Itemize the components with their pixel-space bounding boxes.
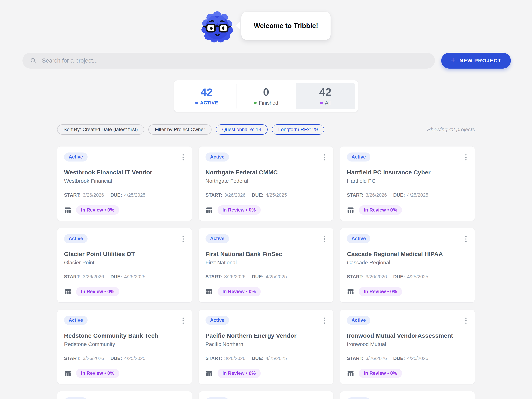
start-date: 3/26/2026	[224, 356, 246, 361]
kebab-menu-icon[interactable]	[464, 152, 468, 162]
due-date: 4/25/2025	[407, 193, 428, 198]
search-input[interactable]	[22, 53, 435, 69]
table-columns-icon[interactable]	[347, 288, 354, 295]
project-dates: START: 3/26/2026 DUE: 4/25/2025	[64, 356, 185, 361]
table-columns-icon[interactable]	[206, 288, 213, 295]
progress-pill: In Review • 0%	[218, 205, 261, 215]
table-columns-icon[interactable]	[64, 206, 71, 214]
progress-pill: In Review • 0%	[76, 205, 119, 215]
progress-pill: In Review • 0%	[218, 369, 261, 378]
project-title: Redstone Community Bank Tech	[64, 332, 185, 339]
project-card[interactable]: Active Northgate Federal CMMC Northgate …	[199, 146, 334, 221]
start-date: 3/26/2026	[366, 356, 387, 361]
tribble-mascot-icon	[202, 11, 233, 43]
new-project-button[interactable]: + NEW PROJECT	[441, 53, 511, 69]
welcome-speech-bubble: Welcome to Tribble!	[241, 12, 330, 40]
due-label: DUE:	[252, 274, 264, 280]
start-date: 3/26/2026	[224, 274, 246, 280]
project-stats-card: 42 ACTIVE 0 Finished 42 All	[174, 80, 358, 112]
project-grid: Active Westbrook Financial IT Vendor Wes…	[57, 146, 475, 399]
active-label: ACTIVE	[200, 100, 218, 106]
plus-icon: +	[451, 56, 456, 64]
start-date: 3/26/2026	[83, 274, 104, 280]
status-badge: Active	[206, 316, 229, 325]
kebab-menu-icon[interactable]	[181, 234, 185, 244]
status-badge: Active	[64, 152, 88, 162]
project-subtitle: Cascade Regional	[347, 260, 468, 266]
project-card[interactable]: Active Redstone Community Bank Tech Reds…	[57, 310, 192, 384]
finished-count: 0	[263, 87, 269, 98]
kebab-menu-icon[interactable]	[323, 234, 326, 244]
table-columns-icon[interactable]	[64, 370, 71, 377]
project-subtitle: Westbrook Financial	[64, 178, 185, 184]
status-badge: Active	[347, 316, 370, 325]
project-title: Pacific Northern Energy Vendor	[206, 332, 327, 339]
project-card[interactable]: Active Hartfield PC Insurance Cyber Hart…	[340, 146, 475, 221]
start-label: START:	[206, 193, 222, 198]
kebab-menu-icon[interactable]	[464, 234, 468, 244]
all-count: 42	[319, 87, 331, 98]
progress-pill: In Review • 0%	[76, 287, 119, 296]
table-columns-icon[interactable]	[347, 206, 354, 214]
project-subtitle: Pacific Northern	[206, 341, 327, 347]
project-subtitle: Hartfield PC	[347, 178, 468, 184]
project-dates: START: 3/26/2026 DUE: 4/25/2025	[206, 274, 327, 280]
status-badge: Active	[347, 397, 370, 399]
progress-pill: In Review • 0%	[359, 287, 402, 296]
project-title: Northgate Federal CMMC	[206, 169, 327, 176]
welcome-text: Welcome to Tribble!	[254, 22, 318, 30]
project-card[interactable]: Active Westbrook Financial IT Vendor Wes…	[57, 146, 192, 221]
project-card[interactable]: Active Glacier Point Utilities OT Glacie…	[57, 228, 192, 303]
start-date: 3/26/2026	[83, 193, 104, 198]
kebab-menu-icon[interactable]	[181, 152, 185, 162]
kebab-menu-icon[interactable]	[323, 316, 326, 325]
start-date: 3/26/2026	[83, 356, 104, 361]
project-card[interactable]: Active Cheltenham Asset Management Chelt…	[199, 391, 334, 399]
due-label: DUE:	[393, 356, 405, 361]
filter-owner-button[interactable]: Filter by Project Owner	[148, 125, 212, 135]
project-card[interactable]: Active First National Bank FinSec First …	[199, 228, 334, 303]
due-label: DUE:	[393, 193, 405, 198]
progress-pill: In Review • 0%	[359, 369, 402, 378]
project-card[interactable]: Active Bluegrass Health Network Vendor B…	[340, 391, 475, 399]
project-subtitle: Glacier Point	[64, 260, 185, 266]
project-title: Cascade Regional Medical HIPAA	[347, 250, 468, 257]
project-card[interactable]: Active Granite Summit Capital InvestorDD…	[57, 391, 192, 399]
table-columns-icon[interactable]	[206, 206, 213, 214]
kebab-menu-icon[interactable]	[181, 397, 185, 399]
stat-active[interactable]: 42 ACTIVE	[177, 83, 236, 109]
status-badge: Active	[347, 152, 370, 162]
table-columns-icon[interactable]	[64, 288, 71, 295]
stat-finished[interactable]: 0 Finished	[236, 83, 296, 109]
status-badge: Active	[206, 234, 229, 243]
due-date: 4/25/2025	[407, 274, 428, 280]
search-bar[interactable]	[22, 53, 435, 69]
status-badge: Active	[64, 234, 88, 243]
kebab-menu-icon[interactable]	[464, 397, 468, 399]
project-subtitle: Northgate Federal	[206, 178, 327, 184]
all-label: All	[325, 100, 330, 106]
status-badge: Active	[206, 397, 229, 399]
table-columns-icon[interactable]	[206, 370, 213, 377]
kebab-menu-icon[interactable]	[323, 152, 326, 162]
start-date: 3/26/2026	[224, 193, 246, 198]
longform-filter-button[interactable]: Longform RFx: 29	[272, 125, 324, 135]
stat-all[interactable]: 42 All	[296, 83, 355, 109]
due-label: DUE:	[110, 274, 122, 280]
project-title: Westbrook Financial IT Vendor	[64, 169, 185, 176]
project-subtitle: Redstone Community	[64, 341, 185, 347]
questionnaire-filter-button[interactable]: Questionnaire: 13	[216, 125, 268, 135]
project-title: Ironwood Mutual VendorAssessment	[347, 332, 468, 339]
project-card[interactable]: Active Ironwood Mutual VendorAssessment …	[340, 310, 475, 384]
table-columns-icon[interactable]	[347, 370, 354, 377]
due-date: 4/25/2025	[124, 193, 145, 198]
project-title: First National Bank FinSec	[206, 250, 327, 257]
project-card[interactable]: Active Pacific Northern Energy Vendor Pa…	[199, 310, 334, 384]
kebab-menu-icon[interactable]	[181, 316, 185, 325]
project-dates: START: 3/26/2026 DUE: 4/25/2025	[347, 356, 468, 361]
kebab-menu-icon[interactable]	[464, 316, 468, 325]
start-label: START:	[206, 356, 222, 361]
sort-by-button[interactable]: Sort By: Created Date (latest first)	[57, 125, 144, 135]
project-card[interactable]: Active Cascade Regional Medical HIPAA Ca…	[340, 228, 475, 303]
kebab-menu-icon[interactable]	[323, 397, 326, 399]
